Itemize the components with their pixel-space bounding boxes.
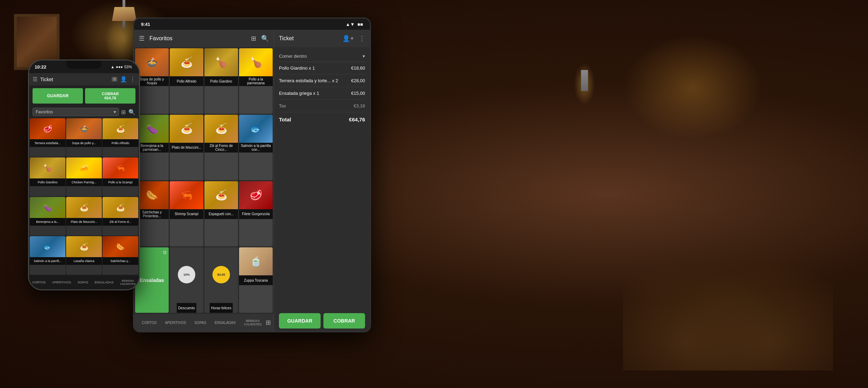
phone-cobrar-label: COBRAR	[87, 92, 133, 96]
phone-food-item[interactable]: 🍝 Plato de fetuccini...	[66, 197, 102, 235]
phone-nav-sopas[interactable]: SOPAS	[78, 281, 88, 284]
phone-food-label: Salmón a la parrill...	[30, 257, 65, 265]
tablet-discount-item[interactable]: 10% Descuento	[170, 247, 203, 313]
phone-food-item[interactable]: 🧀 Chicken Parmig...	[66, 157, 102, 196]
phone-food-label: Sopa de pollo y...	[66, 139, 102, 147]
ticket-tax-value: €3,16	[354, 103, 365, 108]
tablet-food-item[interactable]: 🍗 Pollo Giardino	[204, 48, 238, 114]
tablet-food-label: Plato de fetuccini...	[170, 143, 203, 153]
tablet-bottom-buttons: GUARDAR COBRAR	[274, 310, 370, 331]
phone-food-item[interactable]: 🍗 Pollo Giardino	[30, 157, 65, 196]
tablet-left-header: ☰ Favoritos ⊞ 🔍	[134, 30, 274, 47]
tablet-food-label: Espagueti con...	[204, 209, 238, 219]
ticket-item-ternera: Ternera estofada y torte... x 2 €28,00	[279, 75, 365, 87]
phone-guardar-button[interactable]: GUARDAR	[33, 88, 83, 104]
tablet-food-image: 🐟	[239, 115, 273, 143]
tablet-category-bebidas[interactable]: BEBIDASCALIENTES	[240, 319, 266, 326]
tablet-ticket-title: Ticket	[279, 35, 337, 42]
tablet-food-item[interactable]: 🌭 Salchichas y Pimientos...	[135, 181, 169, 247]
tablet-food-label: Salchichas y Pimientos...	[135, 209, 169, 219]
tablet-left-panel: ☰ Favoritos ⊞ 🔍 🍲 Sopa de pollo y ñoquis	[134, 30, 274, 331]
phone-nav-bebidas[interactable]: BEBIDASCALIENTES	[120, 279, 135, 285]
phone-scan-icon[interactable]: ⊞	[121, 109, 126, 115]
tablet-food-item[interactable]: 🐟 Salmón a la parrilla con...	[239, 115, 273, 180]
tablet-food-item[interactable]: 🍝 Espagueti con...	[204, 181, 238, 247]
phone-more-icon[interactable]: ⋮	[130, 76, 135, 83]
tablet-food-item[interactable]: 🍵 Zuppa Toscana	[239, 247, 273, 313]
tablet-category-cortos[interactable]: CORTOS	[138, 321, 161, 325]
tablet-guardar-button[interactable]: GUARDAR	[279, 313, 321, 329]
tablet-food-label: Shrimp Scampi	[170, 209, 203, 219]
phone-food-item[interactable]: 🥩 Ternera estofada...	[30, 118, 65, 157]
phone-food-item[interactable]: 🦐 Pollo a la Scampi	[103, 157, 138, 196]
phone-header: ☰ Ticket 8 👤 ⋮	[29, 73, 139, 85]
phone-search-icons: ⊞ 🔍	[121, 109, 135, 115]
tablet-food-label: Salmón a la parrilla con...	[239, 143, 273, 153]
tablet-ensaladas-label: Ensaladas	[135, 247, 169, 313]
phone-food-image: 🦐	[103, 157, 138, 178]
tablet-food-item[interactable]: 🥩 Filete Gorgonzola	[239, 181, 273, 247]
ambient-light-right	[623, 35, 763, 140]
tablet-food-item[interactable]: 🍲 Sopa de pollo y ñoquis	[135, 48, 169, 114]
phone-nav-aperitivos[interactable]: APERITIVOS	[52, 281, 71, 284]
tablet-ticket-more-icon[interactable]: ⋮	[359, 35, 365, 42]
tablet-food-shrimp-scampi[interactable]: 🦐 Shrimp Scampi	[170, 181, 203, 247]
tablet-ticket-add-person-icon[interactable]: 👤+	[342, 35, 354, 42]
phone-add-user-icon[interactable]: 👤	[120, 76, 127, 83]
tablet-food-item[interactable]: 🍆 Berenjena a la parmesan...	[135, 115, 169, 180]
tablet-search-icon[interactable]: 🔍	[261, 35, 269, 42]
tablet-food-item[interactable]: 🍝 Plato de fetuccini...	[170, 115, 203, 180]
tablet-grid-view-icon[interactable]: ⊞	[266, 319, 271, 326]
phone-food-label: Salchichas y...	[103, 257, 138, 265]
tablet-scan-icon[interactable]: ⊞	[251, 35, 256, 42]
tablet-cobrar-button[interactable]: COBRAR	[323, 313, 365, 329]
phone-search-bar: Favoritos ▾ ⊞ 🔍	[29, 106, 139, 118]
phone-food-item[interactable]: 🌭 Salchichas y...	[103, 236, 138, 275]
phone-signal-icon: ●●●	[116, 65, 123, 69]
phone-food-image: 🍝	[103, 118, 138, 139]
phone-category-select[interactable]: Favoritos ▾	[33, 108, 119, 116]
phone-nav-ensaladas[interactable]: ENSALADAS	[95, 281, 114, 284]
tablet-happy-hours-item[interactable]: $4.00 Horas felices	[204, 247, 238, 313]
tablet-food-image: 🍝	[170, 48, 203, 76]
phone-food-item[interactable]: 🍝 Ziti al Forno d...	[103, 197, 138, 235]
phone-food-label: Pollo Alfredo	[103, 139, 138, 147]
phone-food-item[interactable]: 🍝 Pollo Alfredo	[103, 118, 138, 157]
phone-food-item[interactable]: 🍝 Lasaña clásica	[66, 236, 102, 275]
ticket-tax-label: Tax	[279, 103, 286, 108]
tablet-food-item[interactable]: 🍝 Pollo Alfredo	[170, 48, 203, 114]
ticket-item-pollo-giardino: Pollo Giardino x 1 €18,60	[279, 62, 365, 75]
tablet-food-image: 🍗	[204, 48, 238, 76]
phone-cobrar-button[interactable]: COBRAR €64,76	[85, 88, 135, 104]
phone-food-image: 🍆	[30, 197, 65, 218]
ticket-tax-row: Tax €3,16	[279, 100, 365, 112]
tablet-menu-icon[interactable]: ☰	[139, 35, 145, 42]
ticket-type-row[interactable]: Comer dentro ▾	[279, 51, 365, 62]
tablet-food-item[interactable]: 🍗 Pollo a la parmesana	[239, 48, 273, 114]
ticket-item-ensalada: Ensalada griega x 1 €15,00	[279, 87, 365, 100]
phone-notch	[66, 61, 102, 69]
ticket-item-name: Ternera estofada y torte... x 2	[279, 78, 338, 83]
tablet-category-sopas[interactable]: SOPAS	[190, 321, 210, 325]
tablet-category-aperitivos[interactable]: APERITIVOS	[161, 321, 190, 325]
phone-food-item[interactable]: 🍆 Berenjena a la...	[30, 197, 65, 235]
tablet-food-image: 🍝	[170, 115, 203, 143]
ticket-item-name: Pollo Giardino x 1	[279, 65, 315, 71]
tablet-food-item[interactable]: 🍝 Ziti al Forno de Cinco...	[204, 115, 238, 180]
phone-menu-icon[interactable]: ☰	[33, 76, 37, 83]
tablet-ensaladas-button[interactable]: ⧉ Ensaladas	[135, 247, 169, 313]
tablet-food-label: Berenjena a la parmesan...	[135, 143, 169, 153]
phone-food-image: 🍲	[66, 118, 102, 139]
phone-action-buttons: GUARDAR COBRAR €64,76	[29, 85, 139, 106]
phone-food-item[interactable]: 🐟 Salmón a la parrill...	[30, 236, 65, 275]
tablet-food-label: Filete Gorgonzola	[239, 209, 273, 219]
tablet-category-ensaladas[interactable]: ENSALADAS	[210, 321, 240, 325]
phone-search-icon[interactable]: 🔍	[128, 109, 135, 115]
phone-food-image: 🐟	[30, 236, 65, 257]
phone-food-item[interactable]: 🍲 Sopa de pollo y...	[66, 118, 102, 157]
phone-mockup: 10:22 ▲ ●●● 53% ☰ Ticket 8 👤 ⋮ GUARDAR	[28, 59, 140, 290]
phone-nav-cortos[interactable]: CORTOS	[32, 281, 46, 284]
ticket-total-value: €64,76	[349, 117, 365, 122]
tablet-food-image: 🍵	[239, 247, 273, 275]
tablet-status-icons: ▲▼ ■■	[346, 22, 363, 27]
